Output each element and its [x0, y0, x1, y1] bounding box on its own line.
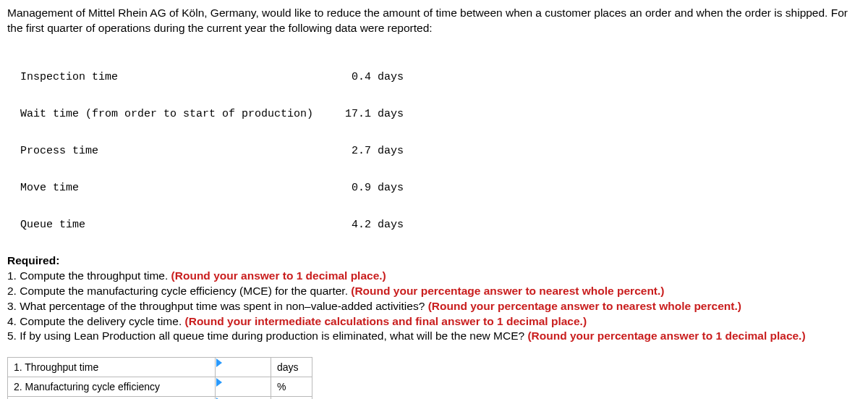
question-3: 3. What percentage of the throughput tim… — [7, 299, 861, 314]
input-marker-icon — [216, 358, 222, 367]
question-5: 5. If by using Lean Production all queue… — [7, 329, 861, 344]
question-1: 1. Compute the throughput time. (Round y… — [7, 269, 861, 284]
question-2: 2. Compute the manufacturing cycle effic… — [7, 284, 861, 299]
answer-label: 2. Manufacturing cycle efficiency — [8, 377, 216, 397]
data-row: Wait time (from order to start of produc… — [20, 108, 861, 120]
data-value: 0.4 days — [331, 71, 404, 83]
answer-row-2: 2. Manufacturing cycle efficiency % — [8, 377, 312, 397]
data-row: Process time2.7 days — [20, 145, 861, 157]
hint-3: (Round your percentage answer to nearest… — [428, 300, 741, 312]
data-label: Inspection time — [20, 71, 331, 83]
answer-unit: % — [271, 377, 312, 397]
answer-input-cell[interactable] — [216, 377, 271, 397]
mce-input[interactable] — [221, 379, 265, 394]
data-row: Inspection time0.4 days — [20, 71, 861, 83]
data-row: Move time0.9 days — [20, 182, 861, 194]
answer-unit: days — [271, 358, 312, 377]
required-label: Required: — [7, 253, 861, 269]
hint-2: (Round your percentage answer to nearest… — [351, 285, 664, 297]
questions-section: Required: 1. Compute the throughput time… — [7, 253, 861, 345]
data-label: Wait time (from order to start of produc… — [20, 108, 331, 120]
throughput-time-input[interactable] — [221, 360, 265, 374]
data-value: 2.7 days — [331, 145, 404, 157]
data-table: Inspection time0.4 days Wait time (from … — [20, 46, 861, 243]
hint-4: (Round your intermediate calculations an… — [185, 315, 587, 327]
answers-table: 1. Throughput time days 2. Manufacturing… — [7, 357, 312, 399]
data-label: Process time — [20, 145, 331, 157]
data-row: Queue time4.2 days — [20, 219, 861, 231]
answer-input-cell[interactable] — [216, 358, 271, 377]
data-value: 0.9 days — [331, 182, 404, 194]
intro-text: Management of Mittel Rhein AG of Köln, G… — [7, 6, 861, 36]
input-marker-icon — [216, 378, 222, 387]
data-value: 17.1 days — [331, 108, 404, 120]
hint-5: (Round your percentage answer to 1 decim… — [527, 329, 805, 342]
hint-1: (Round your answer to 1 decimal place.) — [171, 269, 386, 282]
data-label: Move time — [20, 182, 331, 194]
answer-row-1: 1. Throughput time days — [8, 358, 312, 377]
data-value: 4.2 days — [331, 219, 404, 231]
question-4: 4. Compute the delivery cycle time. (Rou… — [7, 314, 861, 329]
answer-label: 1. Throughput time — [8, 358, 216, 377]
data-label: Queue time — [20, 219, 331, 231]
